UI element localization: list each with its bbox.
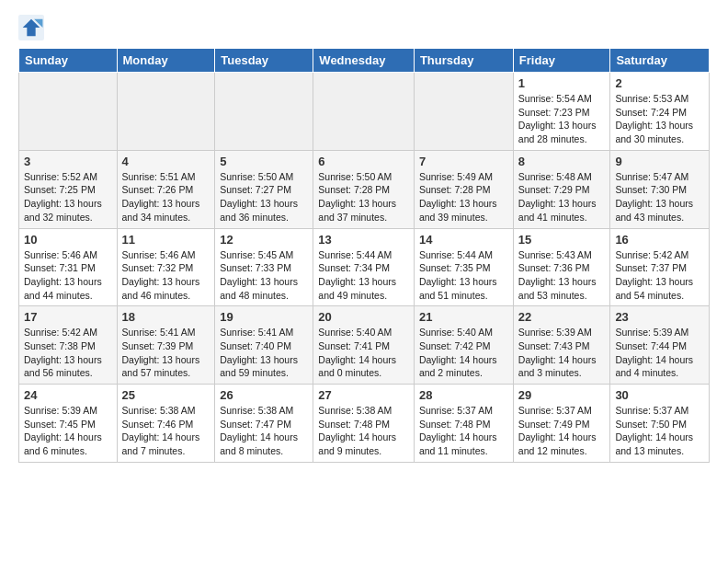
day-number: 9 — [615, 155, 704, 168]
week-row-4: 17Sunrise: 5:42 AM Sunset: 7:38 PM Dayli… — [19, 306, 710, 385]
calendar-cell: 24Sunrise: 5:39 AM Sunset: 7:45 PM Dayli… — [19, 385, 118, 463]
day-info: Sunrise: 5:42 AM Sunset: 7:37 PM Dayligh… — [615, 248, 704, 303]
day-number: 7 — [419, 155, 508, 168]
day-number: 19 — [220, 310, 308, 324]
logo — [18, 15, 46, 40]
day-info: Sunrise: 5:45 AM Sunset: 7:33 PM Dayligh… — [220, 248, 308, 303]
day-info: Sunrise: 5:49 AM Sunset: 7:28 PM Dayligh… — [419, 170, 508, 224]
day-number: 23 — [615, 310, 704, 324]
weekday-header-tuesday: Tuesday — [215, 49, 313, 73]
day-number: 27 — [318, 388, 409, 402]
calendar-cell: 4Sunrise: 5:51 AM Sunset: 7:26 PM Daylig… — [117, 150, 215, 228]
calendar-cell: 7Sunrise: 5:49 AM Sunset: 7:28 PM Daylig… — [414, 150, 513, 228]
calendar-cell: 16Sunrise: 5:42 AM Sunset: 7:37 PM Dayli… — [610, 228, 710, 306]
day-info: Sunrise: 5:37 AM Sunset: 7:50 PM Dayligh… — [615, 404, 704, 458]
calendar-cell — [19, 73, 118, 151]
calendar-cell: 18Sunrise: 5:41 AM Sunset: 7:39 PM Dayli… — [117, 306, 215, 385]
day-number: 11 — [122, 233, 210, 247]
day-number: 10 — [24, 233, 112, 247]
day-info: Sunrise: 5:41 AM Sunset: 7:40 PM Dayligh… — [220, 326, 308, 380]
calendar-cell: 6Sunrise: 5:50 AM Sunset: 7:28 PM Daylig… — [313, 150, 415, 228]
calendar-cell: 25Sunrise: 5:38 AM Sunset: 7:46 PM Dayli… — [117, 385, 215, 463]
day-info: Sunrise: 5:46 AM Sunset: 7:31 PM Dayligh… — [24, 248, 112, 303]
day-info: Sunrise: 5:50 AM Sunset: 7:27 PM Dayligh… — [220, 170, 308, 224]
day-number: 26 — [220, 388, 308, 402]
weekday-header-saturday: Saturday — [610, 49, 710, 73]
calendar-cell — [313, 73, 415, 151]
calendar-cell: 2Sunrise: 5:53 AM Sunset: 7:24 PM Daylig… — [610, 73, 710, 151]
calendar-cell: 20Sunrise: 5:40 AM Sunset: 7:41 PM Dayli… — [313, 306, 415, 385]
day-number: 3 — [24, 155, 112, 168]
header — [18, 15, 710, 40]
calendar-cell: 12Sunrise: 5:45 AM Sunset: 7:33 PM Dayli… — [215, 228, 313, 306]
day-info: Sunrise: 5:53 AM Sunset: 7:24 PM Dayligh… — [615, 92, 704, 146]
calendar-cell: 10Sunrise: 5:46 AM Sunset: 7:31 PM Dayli… — [19, 228, 118, 306]
week-row-5: 24Sunrise: 5:39 AM Sunset: 7:45 PM Dayli… — [19, 385, 710, 463]
day-info: Sunrise: 5:47 AM Sunset: 7:30 PM Dayligh… — [615, 170, 704, 224]
day-info: Sunrise: 5:38 AM Sunset: 7:46 PM Dayligh… — [122, 404, 210, 458]
calendar-cell: 1Sunrise: 5:54 AM Sunset: 7:23 PM Daylig… — [513, 73, 610, 151]
day-number: 6 — [318, 155, 409, 168]
week-row-1: 1Sunrise: 5:54 AM Sunset: 7:23 PM Daylig… — [19, 73, 710, 151]
calendar-cell: 14Sunrise: 5:44 AM Sunset: 7:35 PM Dayli… — [414, 228, 513, 306]
weekday-header-friday: Friday — [513, 49, 610, 73]
calendar-cell: 29Sunrise: 5:37 AM Sunset: 7:49 PM Dayli… — [513, 385, 610, 463]
calendar-cell: 17Sunrise: 5:42 AM Sunset: 7:38 PM Dayli… — [19, 306, 118, 385]
calendar-cell: 5Sunrise: 5:50 AM Sunset: 7:27 PM Daylig… — [215, 150, 313, 228]
day-info: Sunrise: 5:39 AM Sunset: 7:45 PM Dayligh… — [24, 404, 112, 458]
day-info: Sunrise: 5:38 AM Sunset: 7:48 PM Dayligh… — [318, 404, 409, 458]
day-number: 18 — [122, 310, 210, 324]
day-info: Sunrise: 5:48 AM Sunset: 7:29 PM Dayligh… — [518, 170, 606, 224]
day-number: 5 — [220, 155, 308, 168]
day-info: Sunrise: 5:41 AM Sunset: 7:39 PM Dayligh… — [122, 326, 210, 380]
calendar-cell: 11Sunrise: 5:46 AM Sunset: 7:32 PM Dayli… — [117, 228, 215, 306]
day-info: Sunrise: 5:51 AM Sunset: 7:26 PM Dayligh… — [122, 170, 210, 224]
day-number: 24 — [24, 388, 112, 402]
week-row-2: 3Sunrise: 5:52 AM Sunset: 7:25 PM Daylig… — [19, 150, 710, 228]
day-info: Sunrise: 5:39 AM Sunset: 7:43 PM Dayligh… — [518, 326, 606, 380]
calendar-cell — [215, 73, 313, 151]
calendar-cell: 8Sunrise: 5:48 AM Sunset: 7:29 PM Daylig… — [513, 150, 610, 228]
calendar-cell: 9Sunrise: 5:47 AM Sunset: 7:30 PM Daylig… — [610, 150, 710, 228]
logo-icon — [18, 15, 44, 40]
day-info: Sunrise: 5:37 AM Sunset: 7:48 PM Dayligh… — [419, 404, 508, 458]
weekday-header-sunday: Sunday — [19, 49, 118, 73]
calendar-cell: 30Sunrise: 5:37 AM Sunset: 7:50 PM Dayli… — [610, 385, 710, 463]
day-info: Sunrise: 5:54 AM Sunset: 7:23 PM Dayligh… — [518, 92, 606, 146]
calendar-cell: 21Sunrise: 5:40 AM Sunset: 7:42 PM Dayli… — [414, 306, 513, 385]
day-info: Sunrise: 5:50 AM Sunset: 7:28 PM Dayligh… — [318, 170, 409, 224]
day-number: 2 — [615, 76, 704, 90]
page: SundayMondayTuesdayWednesdayThursdayFrid… — [0, 0, 728, 477]
day-number: 8 — [518, 155, 606, 168]
calendar-cell — [117, 73, 215, 151]
calendar-cell: 19Sunrise: 5:41 AM Sunset: 7:40 PM Dayli… — [215, 306, 313, 385]
calendar-cell — [414, 73, 513, 151]
calendar-cell: 15Sunrise: 5:43 AM Sunset: 7:36 PM Dayli… — [513, 228, 610, 306]
day-info: Sunrise: 5:40 AM Sunset: 7:41 PM Dayligh… — [318, 326, 409, 380]
day-info: Sunrise: 5:52 AM Sunset: 7:25 PM Dayligh… — [24, 170, 112, 224]
day-number: 20 — [318, 310, 409, 324]
day-info: Sunrise: 5:40 AM Sunset: 7:42 PM Dayligh… — [419, 326, 508, 380]
day-info: Sunrise: 5:44 AM Sunset: 7:35 PM Dayligh… — [419, 248, 508, 303]
day-info: Sunrise: 5:37 AM Sunset: 7:49 PM Dayligh… — [518, 404, 606, 458]
calendar-cell: 13Sunrise: 5:44 AM Sunset: 7:34 PM Dayli… — [313, 228, 415, 306]
calendar-cell: 3Sunrise: 5:52 AM Sunset: 7:25 PM Daylig… — [19, 150, 118, 228]
day-number: 17 — [24, 310, 112, 324]
weekday-header-thursday: Thursday — [414, 49, 513, 73]
day-number: 30 — [615, 388, 704, 402]
day-number: 28 — [419, 388, 508, 402]
day-number: 12 — [220, 233, 308, 247]
day-number: 14 — [419, 233, 508, 247]
day-info: Sunrise: 5:44 AM Sunset: 7:34 PM Dayligh… — [318, 248, 409, 303]
day-number: 29 — [518, 388, 606, 402]
day-info: Sunrise: 5:38 AM Sunset: 7:47 PM Dayligh… — [220, 404, 308, 458]
calendar-cell: 28Sunrise: 5:37 AM Sunset: 7:48 PM Dayli… — [414, 385, 513, 463]
weekday-header-row: SundayMondayTuesdayWednesdayThursdayFrid… — [19, 49, 710, 73]
calendar-cell: 27Sunrise: 5:38 AM Sunset: 7:48 PM Dayli… — [313, 385, 415, 463]
day-info: Sunrise: 5:42 AM Sunset: 7:38 PM Dayligh… — [24, 326, 112, 380]
day-number: 16 — [615, 233, 704, 247]
day-number: 4 — [122, 155, 210, 168]
weekday-header-monday: Monday — [117, 49, 215, 73]
calendar-cell: 23Sunrise: 5:39 AM Sunset: 7:44 PM Dayli… — [610, 306, 710, 385]
day-number: 13 — [318, 233, 409, 247]
